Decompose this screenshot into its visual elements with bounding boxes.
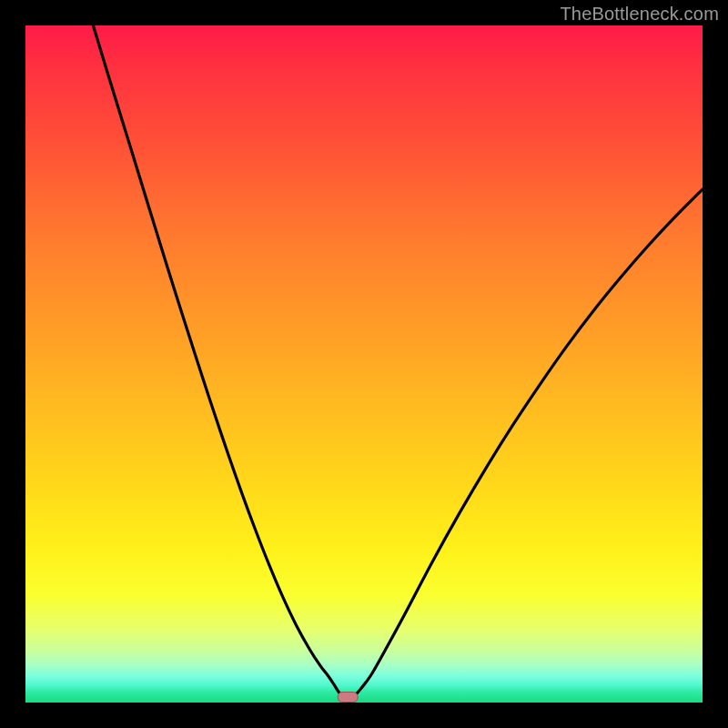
curve-right bbox=[356, 189, 703, 694]
minimum-marker bbox=[338, 693, 358, 703]
plot-area bbox=[25, 25, 703, 703]
curve-left bbox=[93, 25, 340, 694]
watermark-text: TheBottleneck.com bbox=[560, 4, 719, 25]
chart-canvas bbox=[25, 25, 703, 703]
